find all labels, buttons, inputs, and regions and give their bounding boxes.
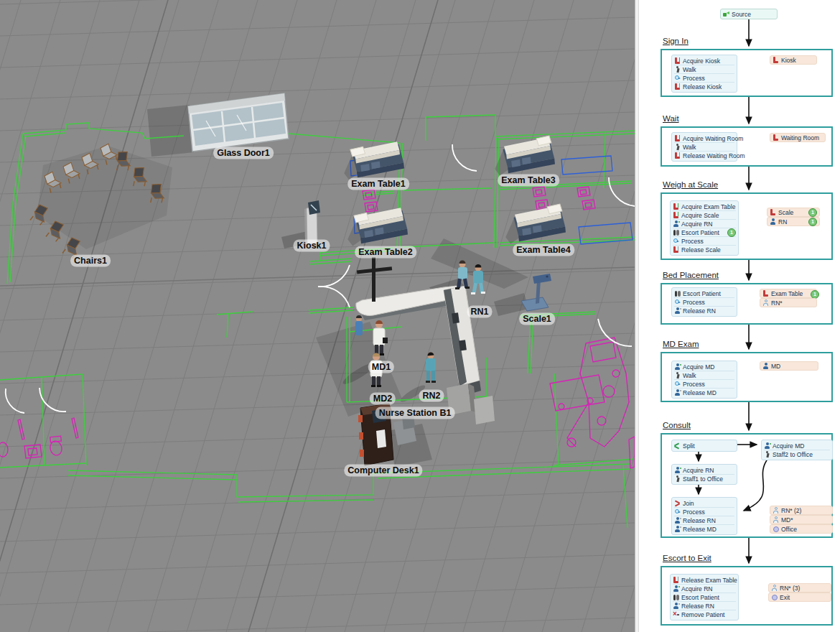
activity-release-rn[interactable]: Release RN (673, 601, 736, 610)
process-flow-panel[interactable]: Source Sign In Acquire Kiosk Walk Proces… (639, 0, 840, 632)
activity-process[interactable]: Process (674, 379, 734, 388)
escort-icon (673, 594, 679, 600)
activity-staff1-to-office[interactable]: Staff1 to Office (674, 474, 734, 483)
source-block[interactable]: Source (720, 9, 778, 19)
bed-placement-activities[interactable]: Escort Patient Process Release RN (671, 287, 737, 317)
scene-label-computer-desk-1: Computer Desk1 (344, 465, 422, 477)
resource-rn-star-2[interactable]: RN* (2) (770, 506, 833, 515)
acquire-staff-icon (674, 467, 681, 473)
acquire-staff-icon (674, 363, 681, 370)
scene-label-chairs-1: Chairs1 (70, 255, 111, 267)
md-exam-activities[interactable]: Acquire MD Walk Process Release MD (671, 361, 737, 399)
exam-table-3-object[interactable] (492, 136, 556, 177)
resource-exam-table[interactable]: Exam Table 1 (760, 289, 817, 298)
wait-activities[interactable]: Acquire Waiting Room Walk Release Waitin… (671, 132, 737, 162)
section-title-consult[interactable]: Consult (663, 421, 691, 429)
release-icon (673, 577, 679, 583)
staff-outline-icon (771, 585, 778, 591)
release-icon (674, 83, 681, 90)
activity-release-rn[interactable]: Release RN (674, 306, 734, 315)
resource-exit[interactable]: Exit (768, 592, 831, 602)
weigh-activities[interactable]: Acquire Exam Table Acquire Scale Acquire… (670, 200, 739, 256)
person-behind-counter[interactable] (355, 315, 363, 335)
activity-acquire-rn[interactable]: Acquire RN (673, 584, 736, 592)
md1-person[interactable] (373, 320, 388, 356)
activity-escort-patient[interactable]: Escort Patient (673, 592, 736, 601)
activity-acquire-waiting-room[interactable]: Acquire Waiting Room (674, 134, 734, 142)
resource-office[interactable]: Office (770, 524, 833, 534)
activity-release-md[interactable]: Release MD (674, 388, 734, 396)
escort-icon (673, 229, 679, 236)
activity-acquire-scale[interactable]: Acquire Scale (673, 210, 736, 219)
activity-release-scale[interactable]: Release Scale (673, 245, 736, 254)
section-title-escort-to-exit[interactable]: Escort to Exit (663, 554, 711, 562)
resource-rn[interactable]: RN 1 (767, 217, 820, 226)
activity-acquire-rn[interactable]: Acquire RN (674, 466, 734, 474)
activity-acquire-md[interactable]: Acquire MD (764, 442, 830, 450)
scene-label-scale-1: Scale1 (519, 313, 555, 325)
chair-icon (773, 57, 779, 63)
glass-door-object[interactable] (188, 93, 289, 152)
activity-process[interactable]: Process (674, 507, 734, 516)
location-icon (773, 526, 779, 532)
section-title-sign-in[interactable]: Sign In (663, 37, 689, 45)
walk-icon (674, 144, 681, 150)
join-icon (674, 500, 681, 506)
walk-icon (764, 451, 770, 457)
resource-scale[interactable]: Scale 1 (767, 208, 820, 217)
activity-staff2-to-office[interactable]: Staff2 to Office (764, 450, 830, 458)
activity-acquire-md[interactable]: Acquire MD (674, 363, 734, 371)
staff-outline-icon (773, 507, 779, 514)
exam-table-1-object[interactable] (341, 141, 404, 181)
location-icon (771, 594, 778, 600)
scene-label-nurse-station-b1: Nurse Station B1 (375, 407, 455, 419)
section-title-md-exam[interactable]: MD Exam (663, 340, 699, 348)
activity-acquire-rn[interactable]: Acquire RN (673, 219, 736, 228)
source-label: Source (732, 11, 751, 18)
activity-join[interactable]: Join (674, 499, 734, 507)
activity-acquire-kiosk[interactable]: Acquire Kiosk (674, 57, 734, 65)
activity-release-rn[interactable]: Release RN (674, 516, 734, 524)
release-staff-icon (674, 526, 681, 532)
resource-kiosk[interactable]: Kiosk (770, 55, 817, 65)
activity-process[interactable]: Process (673, 236, 736, 245)
resource-waiting-room[interactable]: Waiting Room (770, 133, 826, 142)
activity-release-md[interactable]: Release MD (674, 524, 734, 533)
activity-release-kiosk[interactable]: Release Kiosk (674, 82, 734, 90)
walk-icon (674, 372, 681, 378)
process-icon (674, 75, 681, 81)
exam-table-2-object[interactable] (345, 208, 408, 247)
section-title-wait[interactable]: Wait (663, 114, 679, 123)
consult-split-block[interactable]: Split (671, 440, 737, 452)
activity-process[interactable]: Process (674, 73, 734, 82)
activity-release-exam-table[interactable]: Release Exam Table (673, 576, 736, 584)
escort-activities[interactable]: Release Exam Table Acquire RN Escort Pat… (670, 574, 739, 621)
section-title-bed-placement[interactable]: Bed Placement (663, 271, 719, 279)
acquire-icon (674, 135, 681, 141)
kiosk-object[interactable] (304, 200, 320, 245)
consult-left-block[interactable]: Acquire RN Staff1 to Office (671, 464, 737, 485)
3d-view[interactable]: Glass Door1Chairs1Exam Table1Kiosk1Exam … (0, 0, 635, 632)
resource-md[interactable]: MD (760, 361, 818, 371)
activity-process[interactable]: Process (674, 297, 734, 306)
activity-acquire-exam-table[interactable]: Acquire Exam Table (673, 203, 736, 210)
partition-walls (447, 384, 495, 424)
sign-in-activities[interactable]: Acquire Kiosk Walk Process Release Kiosk (671, 55, 737, 93)
activity-walk[interactable]: Walk (674, 142, 734, 151)
consult-join-block[interactable]: Join Process Release RN Release MD (671, 497, 737, 535)
activity-escort-patient[interactable]: Escort Patient (674, 289, 734, 297)
resource-rn-star-3[interactable]: RN* (3) (768, 583, 831, 592)
activity-remove-patient[interactable]: Remove Patient (673, 610, 736, 618)
scene-label-exam-table-3: Exam Table3 (498, 175, 559, 187)
activity-release-waiting-room[interactable]: Release Waiting Room (674, 151, 734, 159)
section-title-weigh-at-scale[interactable]: Weigh at Scale (663, 180, 718, 189)
consult-right-block[interactable]: Acquire MD Staff2 to Office (761, 440, 833, 460)
activity-split[interactable]: Split (674, 442, 734, 450)
resource-md-star[interactable]: MD* (770, 515, 833, 524)
activity-walk[interactable]: Walk (674, 371, 734, 379)
activity-escort-patient[interactable]: Escort Patient1 (673, 228, 736, 236)
scene-label-rn-2: RN2 (419, 390, 444, 402)
acquire-icon (673, 212, 679, 218)
activity-walk[interactable]: Walk (674, 65, 734, 73)
resource-rn-star[interactable]: RN* (760, 298, 817, 307)
